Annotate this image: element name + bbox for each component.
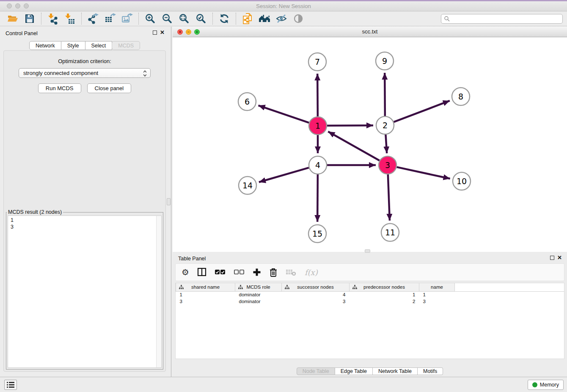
tab-network[interactable]: Network	[29, 41, 61, 50]
list-icon	[6, 381, 15, 388]
network-titlebar: × – + scc.txt	[173, 27, 567, 37]
split-columns-icon[interactable]	[197, 268, 206, 277]
search-input[interactable]	[451, 15, 560, 22]
column-header-shared-name[interactable]: shared name	[176, 283, 235, 291]
toolbar-separator	[81, 13, 82, 25]
close-panel-icon[interactable]: ✕	[160, 29, 165, 36]
mcds-result-textarea[interactable]: 13	[8, 215, 162, 368]
import-table-icon[interactable]	[63, 12, 77, 25]
table-cell[interactable]: 1	[176, 291, 235, 298]
table-cell[interactable]: 2	[350, 298, 419, 305]
close-panel-button[interactable]: Close panel	[87, 83, 132, 93]
table-cell[interactable]: dominator	[235, 291, 282, 298]
table-row[interactable]: 1dominator411	[176, 291, 564, 298]
gear-icon[interactable]: ⚙	[182, 268, 189, 276]
zoom-in-icon[interactable]	[143, 12, 157, 25]
graph-node-label: 11	[385, 228, 395, 237]
column-header-predecessor-nodes[interactable]: predecessor nodes	[350, 283, 419, 291]
graph-edge-4-15[interactable]	[317, 174, 318, 222]
eye-slash-icon[interactable]	[274, 12, 289, 25]
network-close-icon[interactable]: ×	[177, 29, 183, 35]
table-row[interactable]: 3dominator323	[176, 298, 564, 305]
zoom-out-icon[interactable]	[160, 12, 174, 25]
table-cell[interactable]: 3	[282, 298, 350, 305]
save-icon[interactable]	[22, 12, 37, 25]
window-title: Session: New Session	[0, 1, 567, 11]
select-all-icon[interactable]	[215, 269, 226, 275]
memory-button[interactable]: Memory	[528, 380, 564, 390]
panel-divider[interactable]	[171, 27, 171, 377]
export-image-icon[interactable]	[120, 12, 134, 25]
graph-edge-4-14[interactable]	[259, 168, 309, 182]
column-header-successor-nodes[interactable]: successor nodes	[282, 283, 350, 291]
table-cell[interactable]: 3	[419, 298, 455, 305]
graph-edge-1-6[interactable]	[258, 105, 309, 123]
right-column: × – + scc.txt 7968124314101511 Table Pan…	[173, 27, 567, 377]
network-canvas[interactable]: 7968124314101511	[173, 37, 567, 252]
contrast-eye-icon[interactable]	[291, 12, 306, 25]
zoom-selected-icon[interactable]	[194, 12, 208, 25]
horizontal-splitter-handle[interactable]	[365, 249, 370, 253]
tab-edge-table[interactable]: Edge Table	[335, 367, 373, 375]
minimize-window-icon[interactable]	[15, 3, 20, 8]
import-network-icon[interactable]	[46, 12, 60, 25]
table-cell[interactable]: dominator	[235, 298, 282, 305]
add-column-icon[interactable]	[253, 268, 261, 276]
network-minimize-icon[interactable]: –	[186, 29, 191, 35]
table-cell[interactable]: 1	[350, 291, 419, 298]
graph-edge-2-9[interactable]	[385, 73, 385, 116]
selected-option: strongly connected component	[23, 70, 98, 76]
unselect-all-icon[interactable]	[234, 269, 245, 275]
column-header-MCDS-role[interactable]: MCDS role	[235, 283, 282, 291]
row-filler	[455, 291, 564, 298]
tab-network-table[interactable]: Network Table	[373, 367, 418, 375]
network-graph[interactable]: 7968124314101511	[173, 37, 567, 252]
graph-edge-3-1[interactable]	[328, 132, 379, 160]
float-table-panel-icon[interactable]	[550, 256, 554, 260]
graph-edge-3-10[interactable]	[396, 167, 450, 179]
float-panel-icon[interactable]	[153, 30, 157, 35]
tab-style[interactable]: Style	[61, 41, 85, 50]
close-window-icon[interactable]	[7, 3, 12, 8]
export-network-icon[interactable]	[86, 12, 100, 25]
network-maximize-icon[interactable]: +	[194, 29, 200, 35]
open-folder-icon[interactable]	[6, 12, 20, 25]
graph-edge-2-3[interactable]	[385, 135, 387, 153]
zoom-fit-icon[interactable]	[177, 12, 191, 25]
export-table-icon[interactable]	[103, 12, 117, 25]
graph-edge-1-2[interactable]	[327, 125, 373, 126]
graph-edge-3-11[interactable]	[388, 174, 390, 221]
graph-node-label: 14	[242, 181, 253, 190]
close-table-panel-icon[interactable]: ✕	[557, 254, 562, 261]
toolbar-separator	[236, 13, 236, 25]
table-panel: Table Panel ✕ ⚙	[173, 252, 567, 377]
table-cell[interactable]: 4	[282, 291, 350, 298]
graph-edge-1-7[interactable]	[317, 74, 318, 116]
homes-icon[interactable]	[257, 12, 272, 25]
tab-mcds[interactable]: MCDS	[112, 41, 140, 50]
maximize-window-icon[interactable]	[24, 3, 29, 8]
header-filler	[455, 283, 564, 291]
task-history-button[interactable]	[4, 380, 17, 390]
column-header-name[interactable]: name	[419, 283, 455, 291]
tab-select[interactable]: Select	[85, 41, 113, 50]
trash-icon[interactable]	[269, 268, 278, 277]
memory-status-icon	[532, 382, 537, 387]
result-scrollbar[interactable]	[156, 216, 161, 367]
vertical-splitter-handle[interactable]	[167, 198, 171, 205]
refresh-icon[interactable]	[217, 12, 231, 25]
tab-node-table[interactable]: Node Table	[297, 367, 335, 375]
graph-node-label: 10	[457, 177, 467, 186]
optimization-criterion-select[interactable]: strongly connected component	[19, 68, 151, 78]
table-cell[interactable]: 1	[419, 291, 455, 298]
run-mcds-button[interactable]: Run MCDS	[38, 83, 81, 93]
toolbar-separator	[41, 13, 41, 25]
control-panel: Control Panel ✕ Network Style Select MCD…	[0, 27, 169, 377]
graph-node-label: 7	[315, 57, 320, 66]
graph-edge-2-8[interactable]	[394, 101, 450, 122]
duplicate-network-icon[interactable]	[240, 12, 255, 25]
search-field[interactable]	[441, 14, 563, 24]
tab-motifs[interactable]: Motifs	[418, 367, 443, 375]
main-titlebar: Session: New Session	[0, 1, 567, 11]
table-cell[interactable]: 3	[176, 298, 235, 305]
